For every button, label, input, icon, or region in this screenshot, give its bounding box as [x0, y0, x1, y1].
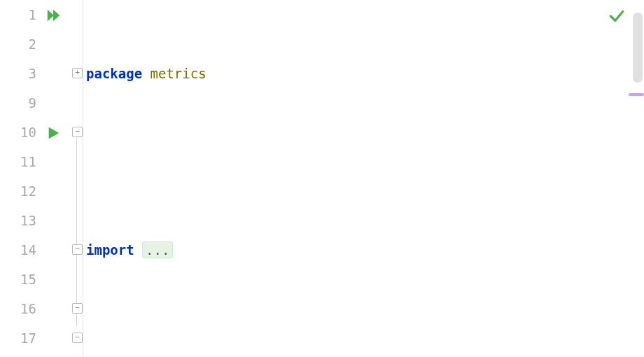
line-number: 13	[0, 206, 36, 235]
fold-guide	[76, 137, 77, 326]
line-number: 3	[0, 59, 36, 88]
code-line	[86, 147, 644, 176]
line-number: 17	[0, 323, 36, 353]
line-number: 16	[0, 294, 36, 323]
fold-expand-icon[interactable]: +	[72, 68, 83, 78]
fold-collapse-icon[interactable]: −	[72, 127, 83, 137]
line-number: 2	[0, 29, 36, 59]
line-number: 9	[0, 88, 36, 118]
fold-end-icon[interactable]: −	[72, 332, 83, 343]
line-number-gutter: 1 2 3 9 10 11 12 13 14 15 16 17	[0, 0, 42, 357]
vertical-scrollbar[interactable]	[633, 13, 643, 83]
fold-end-icon[interactable]: −	[72, 303, 83, 314]
run-double-arrow-icon[interactable]	[46, 8, 62, 23]
line-number: 14	[0, 235, 36, 265]
fold-collapse-icon[interactable]: −	[72, 244, 83, 255]
line-number: 1	[0, 0, 36, 29]
fold-gutter: + − − − −	[71, 0, 83, 357]
line-number: 10	[0, 118, 36, 147]
run-arrow-icon[interactable]	[46, 125, 62, 141]
analysis-ok-icon[interactable]	[608, 7, 626, 28]
scrollbar-marker[interactable]	[629, 93, 644, 96]
line-number: 15	[0, 265, 36, 294]
code-editor[interactable]: 1 2 3 9 10 11 12 13 14 15 16 17 + − − − …	[0, 0, 644, 357]
line-number: 12	[0, 176, 36, 206]
folded-placeholder[interactable]: ...	[142, 241, 173, 258]
line-number: 11	[0, 147, 36, 176]
code-area[interactable]: package metrics import ... func Benchmar…	[83, 0, 644, 357]
run-gutter	[42, 0, 71, 357]
code-line: import ...	[86, 235, 644, 265]
code-line: package metrics	[86, 59, 644, 88]
code-line	[86, 323, 644, 353]
